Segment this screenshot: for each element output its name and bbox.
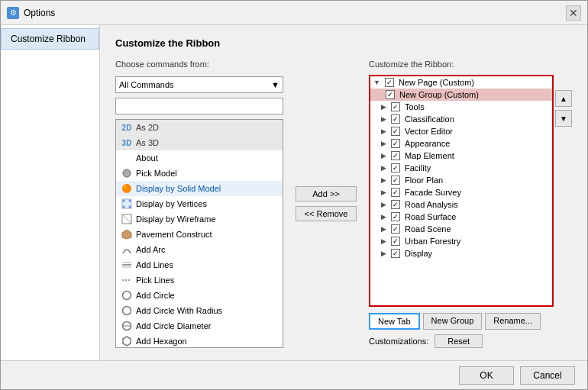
customizations-row: Customizations: Reset <box>369 334 572 348</box>
new-group-button[interactable]: New Group <box>423 313 483 330</box>
ribbon-new-group[interactable]: ✓ New Group (Custom) <box>370 89 552 101</box>
options-window: ⚙ Options ✕ Customize Ribbon Customize t… <box>0 0 588 390</box>
svg-point-2 <box>124 185 127 189</box>
cmd-add-lines[interactable]: Add Lines <box>116 257 283 272</box>
cmd-hexagon[interactable]: Add Hexagon <box>116 334 283 348</box>
map-element-checkbox[interactable]: ✓ <box>391 151 400 160</box>
cmd-pavement[interactable]: Pavement Construct <box>116 227 283 242</box>
ribbon-map-element[interactable]: ▶ ✓ Map Element <box>370 150 552 162</box>
appearance-checkbox[interactable]: ✓ <box>391 139 400 148</box>
cmd-as3d[interactable]: 3D As 3D <box>116 135 283 150</box>
ribbon-display[interactable]: ▶ ✓ Display <box>370 247 552 259</box>
circle-radius-icon <box>121 305 133 317</box>
two-col-layout: Choose commands from: All Commands ▼ 2D … <box>115 60 572 348</box>
facility-checkbox[interactable]: ✓ <box>391 163 400 172</box>
urban-forestry-expand-icon: ▶ <box>381 237 386 245</box>
cmd-vertices[interactable]: Display by Vertices <box>116 196 283 211</box>
cmd-as2d[interactable]: 2D As 2D <box>116 120 283 135</box>
dropdown-value: All Commands <box>119 80 174 89</box>
floor-plan-checkbox[interactable]: ✓ <box>391 176 400 185</box>
title-bar: ⚙ Options ✕ <box>1 1 587 25</box>
sidebar-item-customize-ribbon[interactable]: Customize Ribbon <box>1 28 99 50</box>
road-scene-checkbox[interactable]: ✓ <box>391 224 400 234</box>
cmd-pick-model[interactable]: Pick Model <box>116 166 283 181</box>
new-tab-button[interactable]: New Tab <box>369 313 420 330</box>
svg-marker-10 <box>122 230 131 239</box>
remove-button[interactable]: << Remove <box>296 206 357 221</box>
ribbon-road-surface[interactable]: ▶ ✓ Road Surface <box>370 211 552 223</box>
cmd-hexagon-label: Add Hexagon <box>136 337 187 346</box>
road-analysis-checkbox[interactable]: ✓ <box>391 200 400 209</box>
ribbon-new-page[interactable]: ▼ ✓ New Page (Custom) <box>370 76 552 89</box>
ribbon-facility[interactable]: ▶ ✓ Facility <box>370 162 552 174</box>
classification-expand-icon: ▶ <box>381 115 386 123</box>
ok-button[interactable]: OK <box>459 366 514 385</box>
vector-editor-label: Vector Editor <box>405 127 453 136</box>
ribbon-tools[interactable]: ▶ ✓ Tools <box>370 101 552 113</box>
svg-point-16 <box>123 307 131 315</box>
commands-label: Choose commands from: <box>115 60 283 69</box>
new-page-checkbox[interactable]: ✓ <box>385 78 394 87</box>
cmd-arc[interactable]: Add Arc <box>116 242 283 257</box>
ribbon-vector-editor[interactable]: ▶ ✓ Vector Editor <box>370 125 552 137</box>
display-label: Display <box>405 249 432 258</box>
cmd-solid-model[interactable]: Display by Solid Model <box>116 181 283 196</box>
urban-forestry-label: Urban Forestry <box>405 237 460 246</box>
road-scene-expand-icon: ▶ <box>381 225 386 233</box>
rename-button[interactable]: Rename... <box>485 313 541 330</box>
facility-expand-icon: ▶ <box>381 164 386 172</box>
close-button[interactable]: ✕ <box>566 5 581 21</box>
cmd-pick-lines[interactable]: Pick Lines <box>116 272 283 288</box>
scroll-up-button[interactable]: ▲ <box>555 90 572 107</box>
ribbon-appearance[interactable]: ▶ ✓ Appearance <box>370 137 552 150</box>
wireframe-icon <box>121 213 133 225</box>
cmd-wireframe[interactable]: Display by Wireframe <box>116 211 283 227</box>
commands-dropdown[interactable]: All Commands ▼ <box>115 76 283 93</box>
cmd-as2d-label: As 2D <box>136 123 159 132</box>
cancel-button[interactable]: Cancel <box>520 366 575 385</box>
3d-icon: 3D <box>121 137 133 149</box>
urban-forestry-checkbox[interactable]: ✓ <box>391 237 400 246</box>
ribbon-tree: ▼ ✓ New Page (Custom) ✓ New Group (Custo… <box>369 75 554 307</box>
cmd-pavement-label: Pavement Construct <box>136 230 212 239</box>
svg-point-1 <box>122 184 131 193</box>
svg-point-15 <box>123 292 131 300</box>
facade-checkbox[interactable]: ✓ <box>391 188 400 197</box>
svg-point-5 <box>129 200 131 202</box>
scroll-down-button[interactable]: ▼ <box>555 110 572 127</box>
ribbon-facade-survey[interactable]: ▶ ✓ Facade Survey <box>370 186 552 198</box>
ribbon-classification[interactable]: ▶ ✓ Classification <box>370 113 552 125</box>
svg-point-0 <box>123 169 131 177</box>
left-column: Choose commands from: All Commands ▼ 2D … <box>115 60 283 348</box>
cmd-vertices-label: Display by Vertices <box>136 199 207 208</box>
search-input[interactable] <box>115 98 283 114</box>
map-element-expand-icon: ▶ <box>381 152 386 160</box>
cmd-add-circle[interactable]: Add Circle <box>116 288 283 303</box>
display-checkbox[interactable]: ✓ <box>391 249 400 258</box>
circle-diameter-icon <box>121 320 133 332</box>
vector-editor-checkbox[interactable]: ✓ <box>391 127 400 136</box>
road-surface-checkbox[interactable]: ✓ <box>391 212 400 221</box>
add-button[interactable]: Add >> <box>296 186 357 201</box>
ribbon-road-analysis[interactable]: ▶ ✓ Road Analysis <box>370 198 552 211</box>
customizations-label: Customizations: <box>369 337 428 346</box>
footer: OK Cancel <box>1 360 587 389</box>
new-group-checkbox[interactable]: ✓ <box>386 90 395 99</box>
svg-point-6 <box>123 206 125 208</box>
ribbon-road-scene[interactable]: ▶ ✓ Road Scene <box>370 223 552 235</box>
cmd-add-lines-label: Add Lines <box>136 260 173 269</box>
classification-checkbox[interactable]: ✓ <box>391 114 400 124</box>
ribbon-urban-forestry[interactable]: ▶ ✓ Urban Forestry <box>370 235 552 247</box>
cmd-solid-label: Display by Solid Model <box>136 184 221 193</box>
ribbon-floor-plan[interactable]: ▶ ✓ Floor Plan <box>370 174 552 186</box>
svg-point-7 <box>129 206 131 208</box>
svg-marker-19 <box>123 337 131 346</box>
commands-list-container: 2D As 2D 3D As 3D About <box>115 119 283 348</box>
cmd-circle-diameter[interactable]: Add Circle Diameter <box>116 318 283 334</box>
tools-checkbox[interactable]: ✓ <box>391 102 400 111</box>
cmd-about[interactable]: About <box>116 150 283 166</box>
reset-button[interactable]: Reset <box>435 334 483 348</box>
cmd-circle-radius[interactable]: Add Circle With Radius <box>116 303 283 318</box>
svg-line-9 <box>122 214 131 224</box>
vector-editor-expand-icon: ▶ <box>381 127 386 135</box>
